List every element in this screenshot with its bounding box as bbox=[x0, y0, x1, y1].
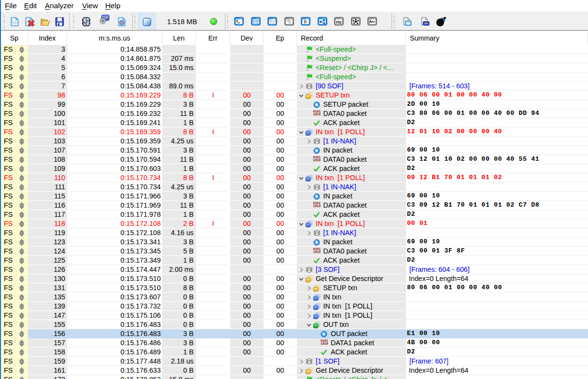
svg-text:Hz: Hz bbox=[336, 19, 342, 25]
